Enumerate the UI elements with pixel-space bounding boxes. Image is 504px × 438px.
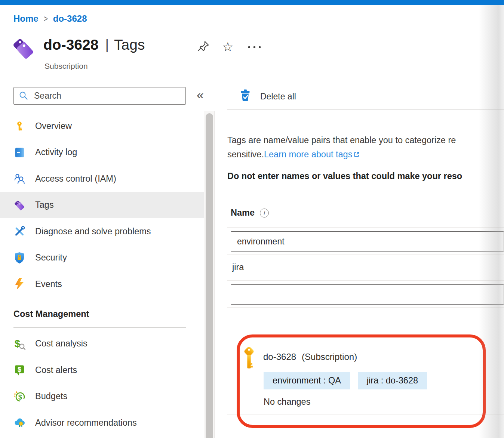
- chevron-right-icon: >: [44, 13, 48, 24]
- breadcrumb-resource-link[interactable]: do-3628: [53, 13, 87, 24]
- sidebar-item-label: Diagnose and solve problems: [35, 226, 151, 237]
- tools-icon: [13, 225, 25, 237]
- sidebar-item-label: Cost alerts: [35, 365, 77, 375]
- resource-type-subtitle: Subscription: [44, 62, 88, 71]
- sidebar-item-diagnose[interactable]: Diagnose and solve problems: [0, 218, 204, 245]
- tag-chip: jira : do-3628: [358, 372, 427, 389]
- sidebar-item-tags[interactable]: Tags: [0, 192, 204, 219]
- sidebar-search: [13, 87, 186, 105]
- tag-name-input-1[interactable]: [231, 231, 504, 252]
- sidebar-item-label: Activity log: [35, 147, 77, 157]
- resource-menu: Overview Activity log: [0, 113, 204, 436]
- sidebar-item-label: Events: [35, 279, 62, 289]
- summary-row-separator: [227, 414, 504, 415]
- delete-all-label: Delete all: [260, 92, 296, 102]
- tag-icon: [13, 199, 25, 211]
- sidebar-item-label: Cost analysis: [35, 339, 87, 349]
- learn-more-link[interactable]: Learn more about tags: [264, 149, 352, 159]
- row-separator: [227, 254, 504, 255]
- title-divider: |: [105, 37, 109, 53]
- summary-resource-title: do-3628(Subscription): [263, 352, 357, 362]
- azure-portal-window: Home > do-3628 do-3628 | Tags: [0, 0, 504, 438]
- svg-text:$: $: [15, 338, 20, 349]
- sidebar-item-events[interactable]: Events: [0, 271, 204, 297]
- summary-tag-chips: environment : QA jira : do-3628: [264, 372, 427, 389]
- sidebar-item-budgets[interactable]: $ Budgets: [0, 383, 204, 410]
- tags-warning-text: Do not enter names or values that could …: [227, 171, 462, 181]
- name-column-label: Name: [231, 208, 255, 218]
- summary-resource-name: do-3628: [263, 352, 296, 362]
- tag-name-input-3[interactable]: [231, 284, 504, 305]
- delete-trash-icon: [240, 89, 251, 104]
- breadcrumb: Home > do-3628: [13, 13, 87, 24]
- more-options-icon[interactable]: [248, 46, 261, 48]
- svg-text:$: $: [18, 393, 22, 401]
- row-separator: [227, 307, 504, 308]
- row-separator: [227, 227, 504, 228]
- sidebar-item-label: Access control (IAM): [35, 174, 116, 184]
- sidebar-item-label: Advisor recommendations: [35, 418, 137, 428]
- sidebar-item-label: Security: [35, 253, 67, 263]
- sidebar-item-cost-analysis[interactable]: $ Cost analysis: [0, 331, 204, 357]
- sidebar-item-label: Tags: [35, 200, 54, 210]
- activity-log-icon: [13, 146, 25, 158]
- tags-page-icon: [11, 35, 35, 63]
- tags-description: Tags are name/value pairs that enable yo…: [227, 133, 456, 162]
- description-line-1: Tags are name/value pairs that enable yo…: [227, 133, 456, 147]
- summary-status: No changes: [264, 397, 310, 407]
- sidebar-divider: [13, 327, 186, 328]
- pin-icon[interactable]: [197, 40, 210, 55]
- dollar-cycle-icon: $: [13, 391, 25, 402]
- summary-resource-type: (Subscription): [302, 352, 357, 362]
- toolbar-divider: [227, 109, 504, 110]
- tag-name-text-2[interactable]: jira: [232, 262, 244, 272]
- top-command-bar: [0, 0, 504, 5]
- search-input[interactable]: [13, 87, 186, 105]
- people-icon: [13, 173, 25, 185]
- dollar-bubble-icon: $: [13, 364, 25, 376]
- sidebar-item-access-control-iam[interactable]: Access control (IAM): [0, 166, 204, 192]
- lightning-icon: [13, 278, 25, 290]
- tag-chip: environment : QA: [264, 372, 350, 389]
- page-title: do-3628 | Tags: [43, 37, 145, 53]
- dollar-magnifier-icon: $: [13, 338, 25, 350]
- svg-text:$: $: [18, 366, 21, 373]
- description-line-2: sensitive.Learn more about tags: [227, 147, 456, 162]
- sidebar-scrollbar-track[interactable]: [204, 111, 215, 438]
- sidebar-item-label: Overview: [35, 121, 72, 131]
- info-icon[interactable]: i: [260, 209, 269, 218]
- resource-name: do-3628: [43, 37, 98, 53]
- sidebar-item-activity-log[interactable]: Activity log: [0, 139, 204, 166]
- sidebar-item-label: Budgets: [35, 391, 67, 401]
- sidebar-item-cost-alerts[interactable]: $ Cost alerts: [0, 357, 204, 383]
- sidebar-scrollbar-thumb[interactable]: [206, 113, 213, 438]
- cloud-advisor-icon: [13, 417, 25, 429]
- subscription-key-icon: [243, 346, 255, 371]
- breadcrumb-home-link[interactable]: Home: [13, 13, 39, 24]
- collapse-sidebar-icon[interactable]: «: [197, 87, 204, 102]
- sidebar-item-security[interactable]: Security: [0, 245, 204, 271]
- external-link-icon: [353, 148, 360, 162]
- name-column-header: Name i: [231, 208, 269, 218]
- sidebar-item-advisor-recommendations[interactable]: Advisor recommendations: [0, 410, 204, 436]
- row-separator: [227, 280, 504, 281]
- shield-lock-icon: [13, 252, 25, 264]
- right-edge-fade: [479, 5, 504, 438]
- search-icon: [19, 91, 29, 102]
- delete-all-button[interactable]: Delete all: [240, 89, 296, 104]
- favorite-star-icon[interactable]: ☆: [222, 40, 233, 53]
- sidebar-section-cost-management: Cost Management: [0, 304, 204, 324]
- key-icon: [13, 120, 25, 132]
- page-name: Tags: [114, 37, 145, 53]
- sidebar-item-overview[interactable]: Overview: [0, 113, 204, 139]
